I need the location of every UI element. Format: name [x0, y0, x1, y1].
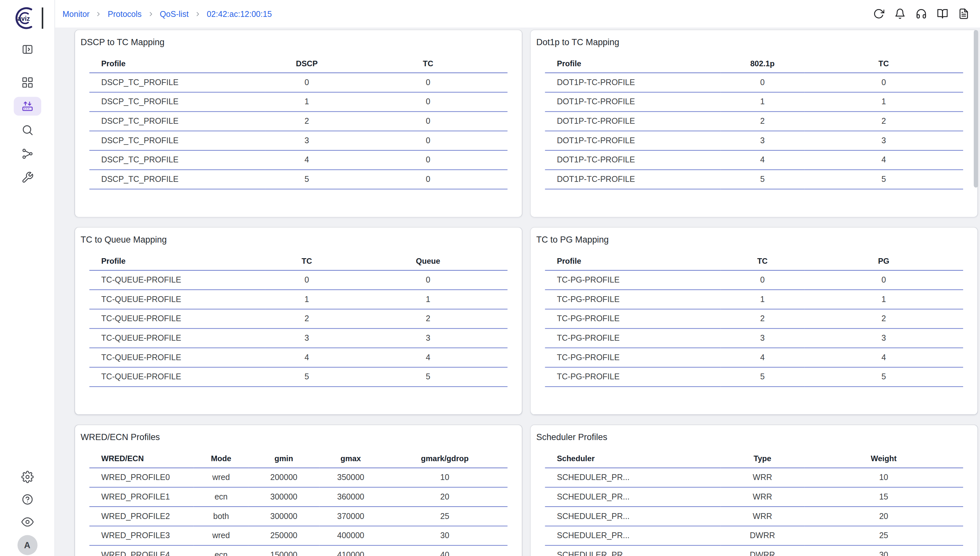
- aviz-logo: aviz: [8, 4, 46, 35]
- table-cell: TC-PG-PROFILE: [545, 367, 720, 386]
- breadcrumb-item[interactable]: QoS-list: [160, 9, 189, 18]
- table-cell: WRR: [720, 468, 804, 487]
- table-row: SCHEDULER_PR...WRR10: [545, 468, 963, 487]
- table-cell: 300000: [249, 506, 320, 526]
- table-cell: 3: [720, 131, 804, 150]
- table-cell: WRR: [720, 487, 804, 506]
- help-icon[interactable]: [13, 490, 41, 509]
- column-header: TC: [349, 55, 507, 73]
- table-row: DOT1P-TC-PROFILE33: [545, 131, 963, 150]
- table-cell: 20: [804, 506, 963, 526]
- table-cell: SCHEDULER_PR...: [545, 468, 720, 487]
- breadcrumb-item[interactable]: Monitor: [62, 9, 89, 18]
- column-header: Profile: [545, 55, 720, 73]
- breadcrumb-separator-icon: [194, 10, 201, 17]
- table-cell: 5: [265, 170, 349, 189]
- table-row: WRED_PROFILE3wred25000040000030: [89, 526, 507, 545]
- content-area: DSCP to TC Mapping ProfileDSCPTC DSCP_TC…: [55, 27, 980, 556]
- table-cell: 3: [804, 131, 963, 150]
- qos-table: ProfileTCQueue TC-QUEUE-PROFILE00TC-QUEU…: [89, 253, 507, 387]
- qos-card: DSCP to TC Mapping ProfileDSCPTC DSCP_TC…: [75, 30, 522, 217]
- table-cell: 3: [265, 131, 349, 150]
- visibility-eye-icon[interactable]: [13, 512, 41, 531]
- breadcrumb-separator-icon: [147, 10, 154, 17]
- table-row: WRED_PROFILE4ecn15000041000040: [89, 545, 507, 556]
- table-cell: 1: [804, 289, 963, 309]
- release-notes-icon[interactable]: [957, 8, 970, 20]
- vertical-scrollbar-thumb[interactable]: [974, 30, 978, 187]
- table-cell: 0: [804, 73, 963, 92]
- breadcrumb-item[interactable]: 02:42:ac:12:00:15: [207, 9, 272, 18]
- column-header: PG: [804, 253, 963, 270]
- documentation-book-icon[interactable]: [936, 8, 948, 20]
- table-cell: 1: [804, 92, 963, 112]
- table-cell: DWRR: [720, 526, 804, 545]
- table-row: DSCP_TC_PROFILE30: [89, 131, 507, 150]
- table-cell: 4: [349, 348, 507, 367]
- breadcrumb-separator-icon: [95, 10, 102, 17]
- table-cell: 0: [349, 73, 507, 92]
- avatar[interactable]: A: [17, 535, 37, 555]
- qos-card: Dot1p to TC Mapping Profile802.1pTC DOT1…: [531, 30, 977, 217]
- refresh-icon[interactable]: [872, 8, 885, 20]
- column-header: gmin: [249, 450, 320, 468]
- collapse-sidebar-icon[interactable]: [13, 40, 41, 59]
- table-cell: 2: [804, 309, 963, 328]
- table-cell: WRED_PROFILE1: [89, 487, 194, 506]
- table-cell: 2: [720, 112, 804, 131]
- column-header: WRED/ECN: [89, 450, 194, 468]
- table-cell: 40: [382, 545, 507, 556]
- breadcrumb-item[interactable]: Protocols: [108, 9, 142, 18]
- column-header: Weight: [804, 450, 963, 468]
- table-row: TC-QUEUE-PROFILE55: [89, 367, 507, 386]
- table-cell: TC-PG-PROFILE: [545, 309, 720, 328]
- table-cell: DOT1P-TC-PROFILE: [545, 150, 720, 170]
- main-area: MonitorProtocolsQoS-list02:42:ac:12:00:1…: [55, 0, 980, 556]
- table-row: TC-QUEUE-PROFILE00: [89, 270, 507, 289]
- table-cell: 5: [804, 367, 963, 386]
- column-header: TC: [804, 55, 963, 73]
- support-headset-icon[interactable]: [915, 8, 927, 20]
- table-cell: 4: [265, 348, 349, 367]
- table-row: DOT1P-TC-PROFILE22: [545, 112, 963, 131]
- table-cell: 1: [265, 289, 349, 309]
- table-cell: ecn: [194, 487, 248, 506]
- column-header: Queue: [349, 253, 507, 270]
- column-header: Mode: [194, 450, 248, 468]
- table-cell: TC-QUEUE-PROFILE: [89, 289, 265, 309]
- column-header: 802.1p: [720, 55, 804, 73]
- table-row: DSCP_TC_PROFILE50: [89, 170, 507, 189]
- notification-bell-icon[interactable]: [894, 8, 906, 20]
- table-row: WRED_PROFILE2both30000037000025: [89, 506, 507, 526]
- table-cell: DOT1P-TC-PROFILE: [545, 92, 720, 112]
- dashboard-icon[interactable]: [13, 73, 41, 92]
- table-cell: 3: [720, 328, 804, 348]
- column-header: Type: [720, 450, 804, 468]
- table-cell: 25: [382, 506, 507, 526]
- cards-grid: DSCP to TC Mapping ProfileDSCPTC DSCP_TC…: [75, 30, 975, 556]
- table-cell: WRED_PROFILE0: [89, 468, 194, 487]
- table-cell: 300000: [249, 487, 320, 506]
- settings-gear-icon[interactable]: [13, 468, 41, 486]
- table-cell: 1: [720, 92, 804, 112]
- topology-icon[interactable]: [13, 144, 41, 163]
- column-header: gmark/gdrop: [382, 450, 507, 468]
- table-cell: TC-PG-PROFILE: [545, 270, 720, 289]
- switch-monitor-icon[interactable]: [13, 97, 41, 116]
- table-cell: 5: [265, 367, 349, 386]
- qos-table: Profile802.1pTC DOT1P-TC-PROFILE00DOT1P-…: [545, 55, 963, 189]
- tools-icon[interactable]: [13, 168, 41, 187]
- table-cell: 2: [720, 309, 804, 328]
- table-row: TC-PG-PROFILE22: [545, 309, 963, 328]
- table-cell: DOT1P-TC-PROFILE: [545, 112, 720, 131]
- table-row: DOT1P-TC-PROFILE11: [545, 92, 963, 112]
- table-cell: 5: [804, 170, 963, 189]
- table-cell: 10: [804, 468, 963, 487]
- table-cell: 2: [265, 309, 349, 328]
- search-icon[interactable]: [13, 121, 41, 139]
- card-title: Dot1p to TC Mapping: [536, 36, 963, 48]
- table-cell: 2: [804, 112, 963, 131]
- card-title: TC to PG Mapping: [536, 234, 963, 245]
- card-title: Scheduler Profiles: [536, 431, 963, 443]
- table-row: WRED_PROFILE0wred20000035000010: [89, 468, 507, 487]
